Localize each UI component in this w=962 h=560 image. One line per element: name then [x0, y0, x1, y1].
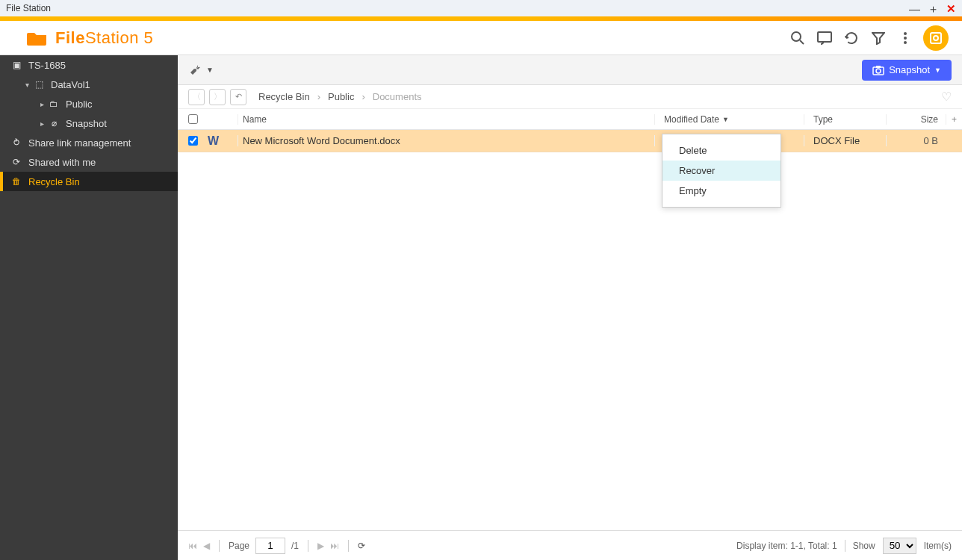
sidebar-public-label: Public: [66, 99, 92, 110]
total-pages: /1: [291, 541, 299, 551]
prev-page-button[interactable]: ◀: [203, 541, 210, 551]
cast-icon[interactable]: [811, 25, 838, 52]
svg-line-1: [800, 40, 804, 44]
svg-rect-10: [876, 66, 881, 68]
svg-rect-2: [818, 32, 831, 42]
col-size[interactable]: Size: [886, 114, 946, 125]
snapshot-button[interactable]: Snapshot ▼: [862, 60, 952, 81]
sidebar-sharelink[interactable]: ⥁ Share link management: [0, 133, 178, 152]
first-page-button[interactable]: ⏮: [188, 541, 197, 551]
snapshot-label: Snapshot: [889, 64, 930, 75]
wrench-icon: [188, 63, 202, 77]
sidebar-sharelink-label: Share link management: [28, 137, 131, 149]
folder-icon: 🗀: [48, 99, 60, 109]
sidebar-snapshot-label: Snapshot: [66, 118, 107, 129]
breadcrumb-row: 〈 〉 ↶ Recycle Bin › Public › Documents ♡: [178, 85, 962, 109]
nav-up-button[interactable]: ↶: [230, 89, 246, 105]
collapse-icon: ▾: [22, 81, 31, 89]
row-name: New Microsoft Word Document.docx: [238, 135, 654, 146]
minimize-button[interactable]: —: [909, 3, 920, 14]
table-header: Name Modified Date ▼ Type Size +: [178, 109, 962, 130]
brand-badge-icon[interactable]: [923, 25, 949, 51]
folder-icon: [27, 30, 48, 46]
camera-icon: ⌀: [48, 118, 60, 128]
row-size: 0 B: [886, 135, 946, 146]
sync-icon: ⟳: [10, 157, 22, 167]
favorite-icon[interactable]: ♡: [941, 90, 952, 104]
maximize-button[interactable]: ＋: [928, 3, 939, 14]
select-all-checkbox[interactable]: [188, 114, 198, 124]
last-page-button[interactable]: ⏭: [330, 541, 339, 551]
display-info: Display item: 1-1, Total: 1: [736, 541, 837, 551]
breadcrumb-0[interactable]: Recycle Bin: [258, 91, 310, 102]
page-input[interactable]: [255, 538, 285, 554]
sidebar-recyclebin-label: Recycle Bin: [28, 176, 80, 187]
main-panel: ▼ Snapshot ▼ 〈 〉 ↶ Recycle Bin › Public …: [178, 55, 962, 560]
sidebar-sharedwithme-label: Shared with me: [28, 157, 96, 168]
page-label: Page: [229, 541, 249, 551]
drive-icon: ⬚: [33, 79, 45, 90]
svg-point-3: [904, 32, 907, 35]
sidebar-root[interactable]: ▣ TS-1685: [0, 55, 178, 75]
ctx-recover[interactable]: Recover: [662, 161, 781, 181]
col-date[interactable]: Modified Date ▼: [654, 114, 804, 125]
sidebar-public[interactable]: ▸ 🗀 Public: [0, 94, 178, 113]
breadcrumb-2: Documents: [373, 91, 422, 102]
titlebar: File Station — ＋ ✕: [0, 0, 962, 16]
search-icon[interactable]: [784, 25, 811, 52]
app-header: FileStation 5: [0, 21, 962, 55]
expand-icon: ▸: [37, 100, 46, 108]
svg-point-0: [792, 32, 801, 41]
share-icon: ⥁: [10, 137, 22, 148]
next-page-button[interactable]: ▶: [317, 541, 324, 551]
col-name[interactable]: Name: [238, 114, 654, 125]
sidebar-datavol[interactable]: ▾ ⬚ DataVol1: [0, 75, 178, 94]
sidebar-recyclebin[interactable]: 🗑 Recycle Bin: [0, 172, 178, 191]
col-type[interactable]: Type: [804, 114, 886, 125]
filter-icon[interactable]: [865, 25, 892, 52]
more-icon[interactable]: [892, 25, 919, 52]
sidebar-datavol-label: DataVol1: [51, 79, 90, 90]
refresh-icon[interactable]: [838, 25, 865, 52]
ctx-delete[interactable]: Delete: [662, 140, 781, 161]
row-checkbox[interactable]: [188, 136, 198, 146]
sidebar-snapshot[interactable]: ▸ ⌀ Snapshot: [0, 113, 178, 133]
breadcrumb: Recycle Bin › Public › Documents: [258, 91, 422, 102]
items-per-page-select[interactable]: 50: [883, 538, 916, 554]
row-type: DOCX File: [804, 135, 886, 146]
tools-menu[interactable]: ▼: [188, 63, 214, 77]
table-row[interactable]: W New Microsoft Word Document.docx 2022/…: [178, 130, 962, 152]
file-list: W New Microsoft Word Document.docx 2022/…: [178, 130, 962, 530]
camera-icon: [872, 65, 884, 75]
word-file-icon: W: [208, 134, 219, 147]
nav-forward-button[interactable]: 〉: [209, 89, 226, 105]
show-label: Show: [853, 541, 875, 551]
ctx-empty[interactable]: Empty: [662, 181, 781, 201]
nav-back-button[interactable]: 〈: [188, 89, 205, 105]
sidebar-root-label: TS-1685: [28, 60, 66, 71]
window-title: File Station: [6, 3, 51, 13]
items-label: Item(s): [924, 541, 952, 551]
breadcrumb-1[interactable]: Public: [328, 91, 354, 102]
refresh-button[interactable]: ⟳: [358, 541, 365, 551]
toolbar: ▼ Snapshot ▼: [178, 55, 962, 85]
expand-icon: ▸: [37, 119, 46, 128]
app-logo-text: FileStation 5: [55, 28, 153, 48]
sidebar-sharedwithme[interactable]: ⟳ Shared with me: [0, 152, 178, 172]
svg-rect-6: [931, 33, 941, 43]
statusbar: ⏮ ◀ Page /1 ▶ ⏭ ⟳ Display item: 1-1, Tot…: [178, 530, 962, 560]
close-button[interactable]: ✕: [946, 3, 956, 14]
svg-point-4: [904, 37, 907, 40]
svg-point-7: [934, 36, 938, 40]
svg-point-9: [876, 69, 881, 73]
sort-desc-icon: ▼: [722, 116, 729, 123]
bin-icon: 🗑: [10, 176, 22, 187]
context-menu: Delete Recover Empty: [662, 134, 781, 208]
trash-icon: ▣: [10, 60, 22, 70]
add-column-button[interactable]: +: [946, 114, 962, 125]
sidebar: ▣ TS-1685 ▾ ⬚ DataVol1 ▸ 🗀 Public ▸ ⌀ Sn…: [0, 55, 178, 560]
svg-point-5: [904, 41, 907, 44]
pager: ⏮ ◀ Page /1 ▶ ⏭ ⟳: [188, 538, 365, 554]
